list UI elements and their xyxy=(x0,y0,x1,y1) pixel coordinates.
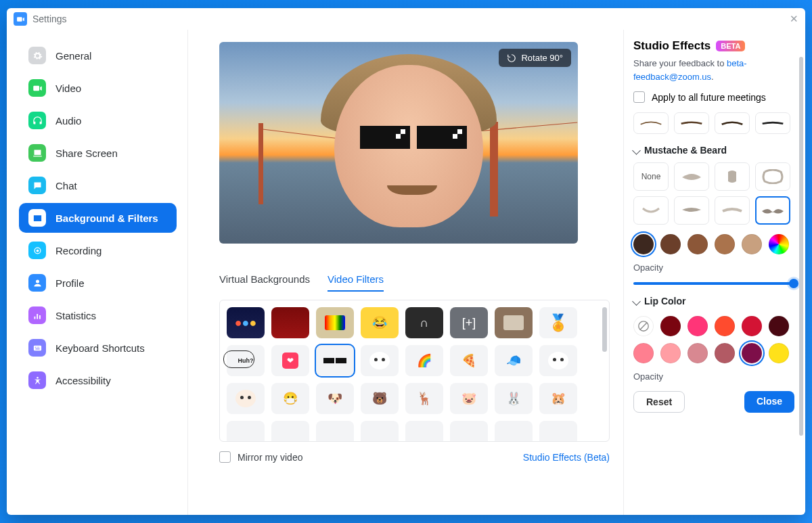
sidebar-item-recording[interactable]: Recording xyxy=(19,235,177,265)
sidebar-label: Recording xyxy=(55,245,102,256)
filter-hamster[interactable]: 🐹 xyxy=(539,383,577,414)
sidebar-label: Video xyxy=(55,83,81,94)
sidebar-item-chat[interactable]: Chat xyxy=(19,170,177,200)
filter-pig[interactable]: 🐷 xyxy=(450,383,488,414)
sidebar-item-accessibility[interactable]: Accessibility xyxy=(19,365,177,395)
sidebar-item-profile[interactable]: Profile xyxy=(19,268,177,298)
studio-effects-link[interactable]: Studio Effects (Beta) xyxy=(523,452,610,463)
filter-lights[interactable]: ●●● xyxy=(227,307,265,338)
sidebar-label: Share Screen xyxy=(55,147,118,159)
lip-11[interactable] xyxy=(769,343,789,363)
statistics-icon xyxy=(28,306,46,324)
filter-huh[interactable]: Huh? xyxy=(227,345,265,376)
svg-point-8 xyxy=(37,376,39,378)
filter-mask[interactable] xyxy=(227,383,265,414)
filter-blush[interactable] xyxy=(539,345,577,376)
mustache-color-4[interactable] xyxy=(715,234,735,254)
filter-tv[interactable] xyxy=(316,307,354,338)
filter-puppy1[interactable]: 🐶 xyxy=(316,383,354,414)
mustache-2[interactable] xyxy=(715,162,750,191)
filter-pizza[interactable]: 🍕 xyxy=(450,345,488,376)
sidebar-item-share[interactable]: Share Screen xyxy=(19,138,177,168)
sidebar-item-keyboard[interactable]: Keyboard Shortcuts xyxy=(19,333,177,363)
filter-extra4[interactable] xyxy=(361,421,399,442)
chat-icon xyxy=(28,177,46,194)
sidebar-item-general[interactable]: General xyxy=(19,41,177,70)
filter-medal[interactable]: 🏅 xyxy=(539,307,577,338)
gear-icon xyxy=(28,47,46,64)
mustache-color-5[interactable] xyxy=(742,234,762,254)
svg-rect-3 xyxy=(33,345,41,350)
lip-4[interactable] xyxy=(742,316,762,336)
lip-9[interactable] xyxy=(715,343,735,363)
filter-scrollbar[interactable] xyxy=(602,307,607,352)
filter-curtain[interactable] xyxy=(271,307,309,338)
filter-deal-glasses[interactable] xyxy=(316,345,354,376)
lip-1[interactable] xyxy=(660,316,681,336)
lip-2[interactable] xyxy=(687,316,708,336)
close-button[interactable]: Close xyxy=(744,391,794,413)
settings-window: Settings ✕ General Video Audio Share Scr… xyxy=(7,8,805,515)
filter-extra1[interactable] xyxy=(227,421,265,442)
sidebar-item-audio[interactable]: Audio xyxy=(19,106,177,135)
filter-extra6[interactable] xyxy=(450,421,488,442)
sidebar-item-statistics[interactable]: Statistics xyxy=(19,300,177,330)
section-mustache[interactable]: Mustache & Beard xyxy=(633,145,794,156)
filter-extra2[interactable] xyxy=(271,421,309,442)
mustache-5[interactable] xyxy=(674,196,709,225)
mustache-3[interactable] xyxy=(755,162,790,191)
mustache-color-1[interactable] xyxy=(633,234,654,254)
window-close-icon[interactable]: ✕ xyxy=(790,13,798,25)
filter-extra8[interactable] xyxy=(539,421,577,442)
lip-5[interactable] xyxy=(769,316,789,336)
mirror-checkbox[interactable]: Mirror my video xyxy=(219,451,302,463)
filter-like[interactable]: ❤ xyxy=(271,345,309,376)
tab-video-filters[interactable]: Video Filters xyxy=(328,273,384,292)
rotate-button[interactable]: Rotate 90° xyxy=(499,49,571,67)
sidebar-item-video[interactable]: Video xyxy=(19,73,177,103)
mustache-7[interactable] xyxy=(755,196,790,225)
apply-all-checkbox[interactable]: Apply to all future meetings xyxy=(633,91,794,103)
filter-extra7[interactable] xyxy=(495,421,533,442)
filter-emoji[interactable]: 😂 xyxy=(361,307,399,338)
filter-extra3[interactable] xyxy=(316,421,354,442)
filter-extra5[interactable] xyxy=(405,421,443,442)
mustache-opacity-slider[interactable] xyxy=(633,282,794,285)
share-screen-icon xyxy=(28,144,46,162)
filter-sprout[interactable] xyxy=(361,345,399,376)
mustache-6[interactable] xyxy=(715,196,750,225)
filter-puppy2[interactable]: 🐻 xyxy=(361,383,399,414)
lip-none[interactable] xyxy=(633,316,654,336)
eyebrow-4[interactable] xyxy=(755,112,790,134)
lip-8[interactable] xyxy=(687,343,708,363)
lip-7[interactable] xyxy=(660,343,681,363)
mustache-4[interactable] xyxy=(633,196,669,225)
filter-rainbow[interactable]: 🌈 xyxy=(405,345,443,376)
filter-reindeer[interactable]: 🦌 xyxy=(405,383,443,414)
eyebrow-2[interactable] xyxy=(674,112,709,134)
mustache-1[interactable] xyxy=(674,162,709,191)
lip-6[interactable] xyxy=(633,343,654,363)
apply-all-label: Apply to all future meetings xyxy=(652,92,766,103)
eyebrow-1[interactable] xyxy=(633,112,669,134)
svg-point-2 xyxy=(36,279,39,283)
mustache-none[interactable]: None xyxy=(633,162,669,191)
filter-bunny[interactable]: 🐰 xyxy=(495,383,533,414)
filter-surgical[interactable]: 😷 xyxy=(271,383,309,414)
sidebar-label: General xyxy=(55,50,91,62)
reset-button[interactable]: Reset xyxy=(633,391,685,413)
mustache-color-2[interactable] xyxy=(660,234,681,254)
filter-bracket[interactable]: [+] xyxy=(450,307,488,338)
filter-oldtv[interactable] xyxy=(495,307,533,338)
tab-virtual-backgrounds[interactable]: Virtual Backgrounds xyxy=(219,273,310,292)
filter-arch[interactable]: ∩ xyxy=(405,307,443,338)
lip-10[interactable] xyxy=(742,343,762,363)
filter-cap[interactable]: 🧢 xyxy=(495,345,533,376)
sidebar-item-background-filters[interactable]: Background & Filters xyxy=(19,203,177,233)
mustache-color-3[interactable] xyxy=(687,234,708,254)
section-lip[interactable]: Lip Color xyxy=(633,296,794,306)
opacity-label-2: Opacity xyxy=(633,371,794,382)
lip-3[interactable] xyxy=(715,316,735,336)
eyebrow-3[interactable] xyxy=(715,112,750,134)
mustache-color-custom[interactable] xyxy=(769,234,789,254)
